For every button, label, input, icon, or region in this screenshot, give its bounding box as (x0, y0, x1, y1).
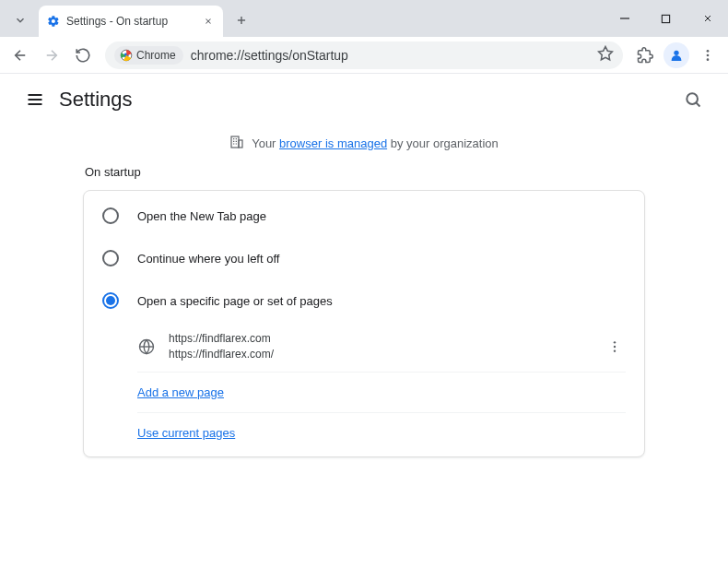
startup-page-row: https://findflarex.com https://findflare… (137, 322, 626, 373)
radio-specific-pages[interactable]: Open a specific page or set of pages (84, 279, 644, 322)
svg-point-16 (707, 58, 710, 61)
managed-link[interactable]: browser is managed (279, 136, 387, 150)
svg-rect-22 (231, 136, 239, 148)
add-page-row: Add a new page (137, 373, 626, 413)
svg-point-33 (614, 346, 616, 348)
radio-label: Continue where you left off (137, 252, 279, 266)
extensions-button[interactable] (630, 41, 660, 70)
building-icon (229, 135, 244, 152)
globe-icon (137, 337, 156, 356)
window-controls (604, 0, 728, 37)
svg-point-34 (614, 349, 616, 351)
browser-titlebar: Settings - On startup (0, 0, 728, 37)
bookmark-star-icon[interactable] (597, 45, 614, 65)
managed-banner: Your browser is managed by your organiza… (0, 125, 728, 165)
profile-button[interactable] (662, 41, 691, 70)
radio-continue[interactable]: Continue where you left off (84, 237, 644, 279)
chrome-menu-button[interactable] (693, 41, 722, 70)
startup-pages-list: https://findflarex.com https://findflare… (84, 322, 644, 453)
settings-header: Settings (0, 74, 728, 125)
gear-icon (46, 14, 61, 29)
add-new-page-link[interactable]: Add a new page (137, 385, 224, 399)
radio-new-tab[interactable]: Open the New Tab page (84, 195, 644, 237)
radio-icon (102, 207, 119, 224)
radio-label: Open a specific page or set of pages (137, 294, 333, 308)
managed-text: Your browser is managed by your organiza… (252, 136, 499, 150)
svg-rect-5 (662, 15, 669, 22)
tab-search-button[interactable] (7, 7, 33, 33)
startup-card: Open the New Tab page Continue where you… (83, 190, 645, 457)
svg-point-13 (674, 50, 678, 54)
radio-label: Open the New Tab page (137, 209, 266, 223)
close-window-button[interactable] (687, 5, 728, 32)
radio-icon (102, 250, 119, 266)
svg-point-14 (707, 50, 710, 53)
minimize-button[interactable] (604, 5, 645, 32)
page-text: https://findflarex.com https://findflare… (169, 331, 591, 362)
svg-point-32 (614, 341, 616, 343)
hamburger-menu-button[interactable] (17, 81, 53, 118)
content-area: On startup Open the New Tab page Continu… (0, 165, 728, 457)
site-chip-label: Chrome (136, 49, 176, 62)
tab-title: Settings - On startup (66, 15, 195, 28)
svg-point-20 (687, 93, 698, 104)
search-button[interactable] (675, 81, 711, 118)
reload-button[interactable] (68, 41, 98, 70)
browser-toolbar: Chrome chrome://settings/onStartup (0, 37, 728, 74)
forward-button[interactable] (37, 41, 66, 70)
close-tab-button[interactable] (201, 14, 216, 29)
svg-point-15 (707, 53, 710, 56)
address-bar[interactable]: Chrome chrome://settings/onStartup (105, 41, 623, 69)
new-tab-button[interactable] (229, 7, 254, 33)
radio-icon (102, 292, 119, 309)
svg-marker-12 (599, 47, 613, 60)
page-title: Settings (59, 88, 133, 112)
svg-line-21 (697, 102, 700, 106)
use-current-row: Use current pages (137, 413, 626, 453)
maximize-button[interactable] (645, 5, 687, 32)
back-button[interactable] (6, 41, 35, 70)
site-chip[interactable]: Chrome (114, 46, 183, 65)
browser-tab[interactable]: Settings - On startup (39, 6, 223, 37)
page-menu-button[interactable] (604, 336, 626, 358)
svg-rect-23 (239, 140, 242, 148)
url-text: chrome://settings/onStartup (191, 48, 590, 63)
page-url-text: https://findflarex.com/ (169, 347, 591, 362)
section-title: On startup (85, 165, 645, 179)
use-current-pages-link[interactable]: Use current pages (137, 426, 235, 440)
page-title-text: https://findflarex.com (169, 331, 591, 347)
